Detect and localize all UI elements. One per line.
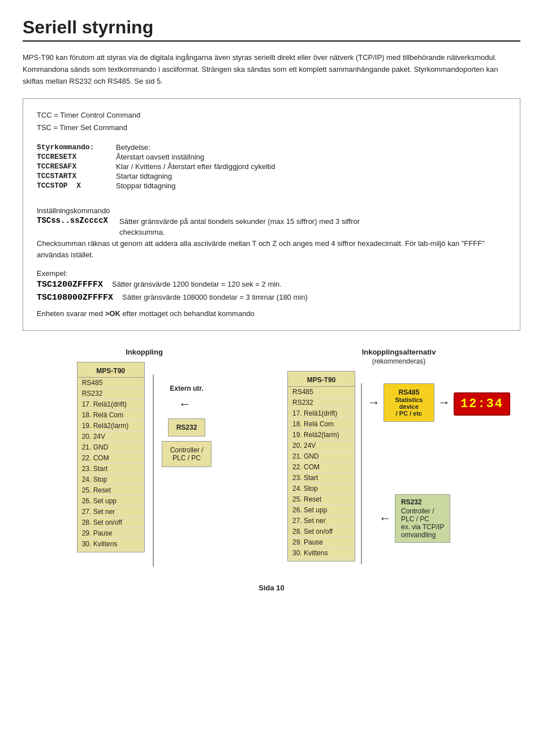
left-row-20: 20. 24V	[77, 431, 144, 442]
tsc-desc: Sätter gränsvärde på antal tiondels seku…	[119, 216, 402, 238]
left-row-23: 23. Start	[77, 464, 144, 474]
cmd-tccstopx: TCCSTOP X	[37, 181, 116, 191]
rs485-label: RS485	[390, 388, 428, 396]
footer-text: Sida 10	[258, 584, 285, 592]
instaellning-block: Inställningskommando TSCss..ssZccccX Sät…	[37, 206, 506, 238]
left-row-25: 25. Reset	[77, 485, 144, 496]
diagram-section: Inkoppling MPS-T90 RS485 RS232 17. Relä1…	[23, 348, 520, 567]
ctrl-bottom4: omvandling	[401, 531, 444, 539]
controller-line1: Controller /	[170, 446, 204, 454]
tcc-definitions: TCC = Timer Control Command TSC = Timer …	[37, 109, 506, 134]
left-row-rs232: RS232	[77, 388, 144, 399]
right-row-18: 18. Relä Com	[288, 419, 355, 430]
rs232-bottom-box: RS232 Controller / PLC / PC ex. via TCP/…	[395, 494, 450, 543]
checksum-text: Checksumman räknas ut genom att addera a…	[37, 239, 485, 260]
left-row-22: 22. COM	[77, 453, 144, 464]
right-mps-inner: MPS-T90 RS485 RS232 17. Relä1(drift) 18.…	[287, 371, 355, 561]
checksum-block: Checksumman räknas ut genom att addera a…	[37, 238, 506, 262]
cmd-tccresetx: TCCRESETX	[37, 152, 116, 162]
right-diagram: MPS-T90 RS485 RS232 17. Relä1(drift) 18.…	[277, 371, 520, 564]
right-row-rs232: RS232	[288, 398, 355, 408]
left-diagram-col: Inkoppling MPS-T90 RS485 RS232 17. Relä1…	[23, 348, 266, 567]
right-row-22: 22. COM	[288, 462, 355, 473]
left-diagram-title: Inkoppling	[23, 348, 266, 356]
left-row-26: 26. Set upp	[77, 496, 144, 507]
right-row-rs485: RS485	[288, 387, 355, 398]
left-row-28: 28. Set on/off	[77, 517, 144, 528]
example-block: Exempel: TSC1200ZFFFFX Sätter gränsvärde…	[37, 269, 506, 303]
example-label: Exempel:	[37, 269, 506, 278]
right-row-25: 25. Reset	[288, 494, 355, 505]
ctrl-bottom3: ex. via TCP/IP	[401, 523, 444, 531]
left-row-rs485: RS485	[77, 378, 144, 388]
left-mps-header: MPS-T90	[77, 365, 144, 378]
left-row-29: 29. Pause	[77, 528, 144, 539]
rs485-yellow-box: RS485 Statistics device / PC / etc	[383, 383, 434, 422]
desc-tccstopx: Stoppar tidtagning	[116, 181, 280, 191]
right-row-30: 30. Kvittens	[288, 548, 355, 559]
right-diagram-subtitle: (rekommenderas)	[277, 357, 520, 365]
page-footer: Sida 10	[23, 584, 520, 592]
left-row-17: 17. Relä1(drift)	[77, 399, 144, 410]
ctrl-bottom1: Controller /	[401, 507, 444, 515]
cmd-tccstartx: TCCSTARTX	[37, 171, 116, 181]
example1-cmd: TSC1200ZFFFFX	[37, 280, 103, 290]
stats-line2: device	[390, 403, 428, 410]
tcc-def-text: TCC = Timer Control Command	[37, 111, 140, 119]
rs232-bottom-label: RS232	[401, 498, 444, 506]
left-arrow-bottom-icon: ←	[379, 511, 391, 526]
command-table: Styrkommando: Betydelse: TCCRESETX Åters…	[37, 142, 506, 191]
betydelse-label: Betydelse:	[116, 143, 150, 152]
left-diagram: MPS-T90 RS485 RS232 17. Relä1(drift) 18.…	[23, 362, 266, 567]
display-box: 12:34	[454, 392, 510, 416]
left-mps-inner: MPS-T90 RS485 RS232 17. Relä1(drift) 18.…	[77, 362, 145, 552]
right-diagram-col: Inkopplingsalternativ (rekommenderas) MP…	[277, 348, 520, 564]
ok-response-text: Enheten svarar med >OK efter mottaget oc…	[37, 308, 506, 320]
page-title: Seriell styrning	[23, 17, 520, 42]
right-diagram-title: Inkopplingsalternativ	[277, 348, 520, 356]
left-row-18: 18. Relä Com	[77, 410, 144, 421]
tsc-command: TSCss..ssZccccX	[37, 216, 108, 225]
right-row-27: 27. Set ner	[288, 516, 355, 526]
desc-tccresafx: Klar / Kvittens / Återstart efter färdig…	[116, 162, 280, 171]
right-arrow-right-icon: →	[368, 395, 380, 410]
info-box: TCC = Timer Control Command TSC = Timer …	[23, 98, 520, 331]
ctrl-bottom2: PLC / PC	[401, 515, 444, 523]
left-arrow-icon: ←	[179, 397, 191, 412]
right-row-28: 28. Set on/off	[288, 526, 355, 537]
controller-line2: PLC / PC	[170, 454, 204, 462]
right-row-17: 17. Relä1(drift)	[288, 408, 355, 419]
right-row-23: 23. Start	[288, 473, 355, 483]
right-mps-box: MPS-T90 RS485 RS232 17. Relä1(drift) 18.…	[287, 371, 355, 561]
example1-desc: Sätter gränsvärde 1200 tiondelar = 120 s…	[112, 280, 282, 288]
right-row-20: 20. 24V	[288, 440, 355, 451]
desc-tccresetx: Återstart oavsett inställning	[116, 152, 280, 162]
stats-line1: Statistics	[390, 396, 428, 403]
left-mps-box: MPS-T90 RS485 RS232 17. Relä1(drift) 18.…	[77, 362, 145, 552]
left-row-30: 30. Kvittens	[77, 539, 144, 550]
right-mps-header: MPS-T90	[288, 374, 355, 387]
styrkommando-label: Styrkommando:	[37, 143, 94, 152]
right-row-19: 19. Relä2(larm)	[288, 430, 355, 440]
tsc-def-text: TSC = Timer Set Command	[37, 123, 127, 132]
example2-desc: Sätter gränsvärde 108000 tiondelar = 3 t…	[122, 293, 308, 301]
controller-box: Controller / PLC / PC	[162, 441, 212, 467]
arrow-right-display-icon: →	[438, 395, 450, 410]
desc-tccstartx: Startar tidtagning	[116, 171, 280, 181]
left-row-27: 27. Set ner	[77, 507, 144, 517]
right-row-26: 26. Set upp	[288, 505, 355, 516]
right-row-24: 24. Stop	[288, 483, 355, 494]
intro-text: MPS-T90 kan förutom att styras via de di…	[23, 52, 509, 87]
stats-line3: / PC / etc	[390, 410, 428, 417]
left-row-24: 24. Stop	[77, 474, 144, 485]
extern-label: Extern utr.	[170, 385, 203, 392]
right-row-21: 21. GND	[288, 451, 355, 462]
cmd-tccresafx: TCCRESAFX	[37, 162, 116, 171]
right-row-29: 29. Pause	[288, 537, 355, 548]
left-row-21: 21. GND	[77, 442, 144, 453]
example2-cmd: TSC108000ZFFFFX	[37, 293, 113, 303]
rs232-box: RS232	[168, 418, 206, 437]
left-row-19: 19. Relä2(larm)	[77, 421, 144, 431]
instaellning-label: Inställningskommando	[37, 206, 506, 215]
